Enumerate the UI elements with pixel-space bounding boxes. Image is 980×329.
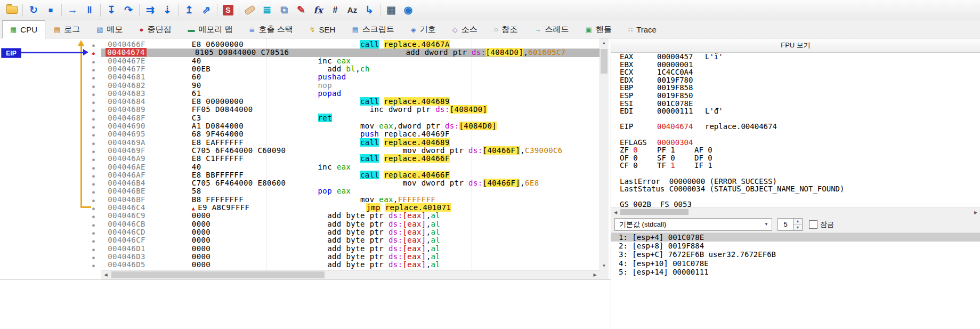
breakpoint-dot-icon[interactable]: ● xyxy=(92,51,95,56)
row-dot-icon[interactable]: ● xyxy=(92,141,95,146)
disasm-row[interactable]: ●004046BFB8 FFFFFFFFmov eax,FFFFFFFF xyxy=(0,196,600,204)
disasm-row[interactable]: ●00404684E8 00000000call replace.404689c… xyxy=(0,98,600,106)
tab-log[interactable]: ▤로그 xyxy=(46,21,88,38)
run-icon[interactable]: → xyxy=(64,3,81,18)
run-to-user-code-icon[interactable]: ⇗ xyxy=(198,3,215,18)
seh-chain-icon[interactable]: S xyxy=(220,3,237,18)
spinner-up-icon[interactable]: ▲ xyxy=(793,219,802,225)
scroll-down-icon[interactable] xyxy=(600,261,609,270)
register-row-edx[interactable]: EDX0019F780 xyxy=(611,76,980,84)
disasm-row[interactable]: ●004046CB0000add byte ptr ds:[eax],al xyxy=(0,220,600,228)
labels-icon[interactable]: ⧉ xyxy=(276,3,293,18)
flag-pf[interactable]: PF 1 xyxy=(657,146,694,154)
row-dot-icon[interactable]: ● xyxy=(92,247,95,252)
tab-symbols[interactable]: ◈기호 xyxy=(403,21,444,38)
row-dot-icon[interactable]: ● xyxy=(92,255,95,260)
row-dot-icon[interactable]: ● xyxy=(92,174,95,179)
edit-icon[interactable]: ✎ xyxy=(293,3,310,18)
flag-zf[interactable]: ZF 0 xyxy=(620,146,657,154)
disasm-row[interactable]: ●0040467E40inc eax xyxy=(0,57,600,65)
tab-source[interactable]: ◇소스 xyxy=(444,21,485,38)
fpu-toggle-button[interactable]: FPU 보기 xyxy=(611,38,980,53)
strings-icon[interactable]: Az xyxy=(344,3,361,18)
disasm-row[interactable]: ●004046B4C705 6F464000 E80600mov dword p… xyxy=(0,179,600,187)
disasm-row[interactable]: ●0040468160pushad xyxy=(0,73,600,81)
flag-cf[interactable]: CF 0 xyxy=(620,162,657,170)
row-dot-icon[interactable]: ● xyxy=(92,60,95,65)
row-dot-icon[interactable]: ● xyxy=(92,68,95,73)
disasm-row[interactable]: ●0040468361popad xyxy=(0,90,600,98)
row-dot-icon[interactable]: ● xyxy=(92,100,95,105)
register-row-esp[interactable]: ESP0019F850 xyxy=(611,92,980,100)
register-row-ebx[interactable]: EBX00000001 xyxy=(611,61,980,69)
execute-till-return-icon[interactable]: ↥ xyxy=(181,3,198,18)
argument-row[interactable]: 1: [esp+4] 001C078E xyxy=(611,233,980,242)
restart-icon[interactable]: ↻ xyxy=(25,3,42,18)
flag-df[interactable]: DF 0 xyxy=(694,154,732,162)
row-dot-icon[interactable]: ● xyxy=(92,157,95,162)
flag-sf[interactable]: SF 0 xyxy=(657,154,694,162)
row-dot-icon[interactable]: ● xyxy=(92,43,95,48)
flag-tf[interactable]: TF 1 xyxy=(657,162,694,170)
calculator-icon[interactable]: ▦ xyxy=(383,3,400,18)
argument-row[interactable]: 3: [esp+C] 7672EF6B user32.7672EF6B xyxy=(611,250,980,259)
hash-icon[interactable]: # xyxy=(327,3,344,18)
disasm-row[interactable]: ●0040469AE8 EAFFFFFFcall replace.404689 xyxy=(0,139,600,147)
functions-icon[interactable]: fx xyxy=(310,3,327,18)
disasm-row[interactable]: ●004046AE40inc eax xyxy=(0,163,600,171)
skip-next-icon[interactable]: ⇣ xyxy=(159,3,176,18)
row-dot-icon[interactable]: ● xyxy=(92,117,95,122)
tab-notes[interactable]: ▧메모 xyxy=(88,21,131,38)
disasm-row[interactable]: ●00404689FF05 D0844000inc dword ptr ds:[… xyxy=(0,106,600,114)
disasm-row[interactable]: ●004046D50000add byte ptr ds:[eax],al xyxy=(0,261,600,269)
row-dot-icon[interactable]: ● xyxy=(92,239,95,244)
spinner-down-icon[interactable]: ▼ xyxy=(793,224,802,230)
disasm-row[interactable]: ●004046CD0000add byte ptr ds:[eax],al xyxy=(0,228,600,236)
tab-references[interactable]: ○참조 xyxy=(486,21,526,38)
argument-row[interactable]: 2: [esp+8] 0019F884 xyxy=(611,242,980,250)
disasm-row[interactable]: ●0040468FC3ret xyxy=(0,114,600,122)
scroll-left-icon[interactable] xyxy=(101,270,110,279)
row-dot-icon[interactable]: ● xyxy=(92,190,95,195)
disasm-row[interactable]: ●004046D30000add byte ptr ds:[eax],al xyxy=(0,253,600,261)
registers-horizontal-scrollbar[interactable] xyxy=(611,207,980,216)
disasm-row[interactable]: ●0040469FC705 6F464000 C60090mov dword p… xyxy=(0,147,600,155)
step-into-icon[interactable]: ↧ xyxy=(103,3,120,18)
register-row-ecx[interactable]: ECX1C4CC0A4 xyxy=(611,68,980,76)
row-dot-icon[interactable]: ● xyxy=(92,206,95,211)
tab-script[interactable]: ▤스크립트 xyxy=(344,21,402,38)
argument-count-field[interactable]: 5 xyxy=(777,218,793,231)
tab-breakpoints[interactable]: ●중단점 xyxy=(132,21,180,38)
row-dot-icon[interactable]: ● xyxy=(92,182,95,187)
flag-af[interactable]: AF 0 xyxy=(694,146,732,154)
tab-memory-map[interactable]: ▬메모리 맵 xyxy=(180,21,240,38)
internet-icon[interactable]: ◉ xyxy=(400,3,417,18)
calling-convention-select[interactable]: 기본값 (stdcall) xyxy=(614,218,772,231)
row-dot-icon[interactable]: ● xyxy=(92,133,95,138)
register-row-eax[interactable]: EAX00000457L'ї' xyxy=(611,53,980,61)
run-to-cursor-icon[interactable]: ⇉ xyxy=(142,3,159,18)
flag-if[interactable]: IF 1 xyxy=(694,162,732,170)
disasm-row[interactable]: ●004046AFE8 BBFFFFFFcall replace.40466F xyxy=(0,171,600,179)
tab-cpu[interactable]: ▦CPU xyxy=(2,20,45,38)
lock-checkbox[interactable] xyxy=(809,220,817,229)
disasm-hscroll-thumb[interactable] xyxy=(111,271,325,278)
tab-handles[interactable]: ▣핸들 xyxy=(578,21,620,38)
row-dot-icon[interactable]: ● xyxy=(92,125,95,130)
row-dot-icon[interactable]: ● xyxy=(92,108,95,113)
disasm-row[interactable]: ●004046C90000add byte ptr ds:[eax],al xyxy=(0,212,600,220)
step-over-icon[interactable]: ↷ xyxy=(120,3,137,18)
disasm-row[interactable]: ●004046A9E8 C1FFFFFFcall replace.40466F xyxy=(0,155,600,163)
row-dot-icon[interactable]: ● xyxy=(92,198,95,203)
tab-threads[interactable]: →스레드 xyxy=(527,21,577,38)
disasm-row[interactable]: ●0040468290nop xyxy=(0,82,600,90)
argument-row[interactable]: 4: [esp+10] 001C078E xyxy=(611,259,980,268)
flags-row[interactable]: ZF 0PF 1AF 0 xyxy=(611,146,980,154)
scroll-right-icon[interactable] xyxy=(590,270,600,279)
goto-icon[interactable]: ↳ xyxy=(361,3,378,18)
row-dot-icon[interactable]: ● xyxy=(92,92,95,97)
flags-row[interactable]: OF 0SF 0DF 0 xyxy=(611,154,980,162)
disasm-row[interactable]: ●0040467F00EBadd bl,ch xyxy=(0,65,600,73)
disasm-row[interactable]: ●0040466FE8 06000000call replace.40467A xyxy=(0,41,600,49)
pause-icon[interactable]: ‖ xyxy=(81,3,98,18)
